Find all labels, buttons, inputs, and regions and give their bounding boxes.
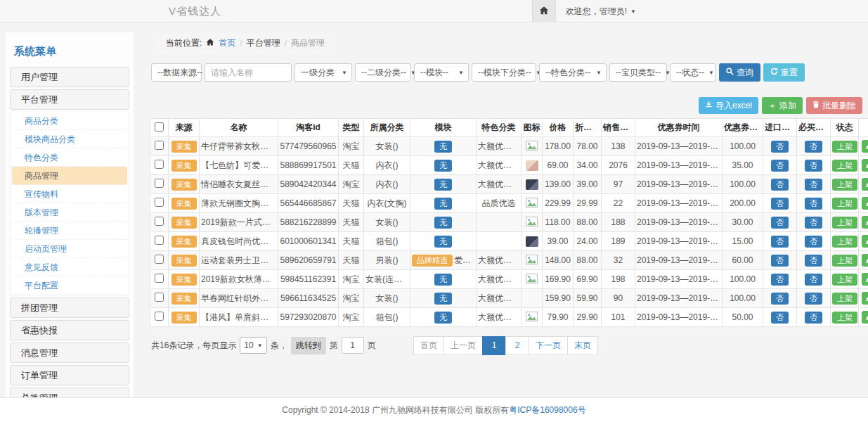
search-button[interactable]: 查询 (719, 63, 760, 82)
sidebar-item-平台配置[interactable]: 平台配置 (12, 276, 127, 295)
import-select-toggle[interactable]: 否 (771, 160, 789, 172)
status-badge[interactable]: 上架 (832, 217, 857, 229)
sidebar-group-消息管理[interactable]: 消息管理 (10, 343, 129, 363)
jump-button[interactable]: 跳转到 (291, 337, 326, 354)
status-badge[interactable]: 上架 (832, 293, 857, 305)
status-badge[interactable]: 上架 (832, 255, 857, 267)
row-checkbox[interactable] (155, 236, 164, 245)
taoke-id: 565446685867 (278, 194, 339, 213)
must-buy-toggle[interactable]: 否 (805, 179, 822, 191)
must-buy-toggle[interactable]: 否 (805, 274, 822, 286)
import-select-toggle[interactable]: 否 (771, 274, 789, 286)
import-select-toggle[interactable]: 否 (771, 312, 789, 324)
row-checkbox[interactable] (155, 293, 164, 302)
sidebar-item-启动页管理[interactable]: 启动页管理 (12, 240, 127, 258)
icp-link[interactable]: 粤ICP备16098006号 (509, 404, 585, 416)
feature-category-select[interactable]: --特色分类--▼ (539, 63, 607, 82)
must-buy-toggle[interactable]: 否 (805, 236, 822, 248)
status-cell: 上架 (831, 194, 859, 213)
sidebar-item-商品管理[interactable]: 商品管理 (12, 167, 127, 185)
status-badge[interactable]: 上架 (832, 312, 857, 324)
sidebar-item-版本管理[interactable]: 版本管理 (12, 203, 127, 222)
product-name: 2019新款一片式系... (200, 213, 278, 232)
import-select-toggle[interactable]: 否 (771, 236, 789, 248)
status-badge[interactable]: 上架 (832, 236, 857, 248)
must-buy-toggle[interactable]: 否 (805, 217, 822, 229)
per-page-select[interactable]: 10▼ (240, 337, 266, 354)
add-button[interactable]: ＋ 添加 (762, 97, 803, 114)
module-subcategory-select[interactable]: --模块下分类--▼ (472, 63, 536, 82)
page-button-首页[interactable]: 首页 (413, 336, 444, 355)
page-button-末页[interactable]: 末页 (567, 336, 598, 355)
sidebar-group-平台管理[interactable]: 平台管理 (10, 89, 129, 110)
import-select-toggle[interactable]: 否 (771, 293, 789, 305)
must-buy-toggle[interactable]: 否 (805, 160, 822, 172)
edit-button[interactable] (862, 292, 868, 305)
edit-icon (865, 274, 868, 285)
must-buy-cell: 否 (797, 175, 831, 194)
import-excel-button[interactable]: 导入excel (699, 97, 758, 114)
sidebar-group-订单管理[interactable]: 订单管理 (10, 365, 129, 385)
status-badge[interactable]: 上架 (832, 179, 857, 191)
status-badge[interactable]: 上架 (832, 198, 857, 210)
sidebar-group-用户管理[interactable]: 用户管理 (10, 67, 129, 87)
user-menu[interactable]: 欢迎您，管理员! ▼ (566, 6, 636, 18)
item-type-select[interactable]: --宝贝类型--▼ (609, 63, 667, 82)
row-checkbox[interactable] (155, 179, 164, 188)
sidebar-item-轮播管理[interactable]: 轮播管理 (12, 222, 127, 240)
sidebar-item-特色分类[interactable]: 特色分类 (12, 148, 127, 167)
import-select-toggle[interactable]: 否 (771, 217, 789, 229)
edit-button[interactable] (862, 216, 868, 229)
reset-button[interactable]: 重置 (763, 63, 805, 82)
row-checkbox[interactable] (155, 141, 164, 150)
status-badge[interactable]: 上架 (832, 160, 857, 172)
select-all-checkbox[interactable] (155, 122, 164, 132)
level1-category-select[interactable]: 一级分类▼ (294, 63, 352, 82)
sidebar-item-意见反馈[interactable]: 意见反馈 (12, 258, 127, 276)
edit-button[interactable] (862, 140, 868, 153)
name-input[interactable] (205, 63, 292, 82)
batch-delete-button[interactable]: 批量删除 (806, 97, 862, 114)
must-buy-toggle[interactable]: 否 (805, 293, 822, 305)
page-button-上一页[interactable]: 上一页 (443, 336, 483, 355)
module-select[interactable]: --模块--▼ (414, 63, 469, 82)
must-buy-toggle[interactable]: 否 (805, 198, 822, 210)
level2-category-select[interactable]: --二级分类--▼ (355, 63, 411, 82)
edit-button[interactable] (862, 197, 868, 210)
row-checkbox[interactable] (155, 160, 164, 169)
row-checkbox[interactable] (155, 312, 164, 321)
import-select-toggle[interactable]: 否 (771, 198, 789, 210)
edit-button[interactable] (862, 178, 868, 191)
edit-button[interactable] (862, 311, 868, 324)
edit-button[interactable] (862, 235, 868, 248)
row-checkbox[interactable] (155, 255, 164, 264)
sidebar-item-模块商品分类[interactable]: 模块商品分类 (12, 130, 127, 148)
data-source-select[interactable]: --数据来源--▼ (151, 63, 202, 82)
page-button-2[interactable]: 2 (505, 336, 529, 355)
sidebar-item-宣传物料[interactable]: 宣传物料 (12, 185, 127, 203)
page-button-下一页[interactable]: 下一页 (529, 336, 568, 355)
import-select-toggle[interactable]: 否 (771, 255, 789, 267)
import-select-toggle[interactable]: 否 (771, 179, 789, 191)
edit-button[interactable] (862, 159, 868, 172)
row-checkbox[interactable] (155, 274, 164, 283)
must-buy-toggle[interactable]: 否 (805, 312, 822, 324)
import-select-toggle[interactable]: 否 (771, 141, 789, 153)
status-badge[interactable]: 上架 (832, 141, 857, 153)
must-buy-toggle[interactable]: 否 (805, 255, 822, 267)
edit-button[interactable] (862, 254, 868, 267)
breadcrumb-home-link[interactable]: 首页 (219, 37, 235, 49)
must-buy-toggle[interactable]: 否 (805, 141, 822, 153)
edit-button[interactable] (862, 273, 868, 286)
status-select[interactable]: --状态--▼ (670, 63, 716, 82)
sidebar-item-商品分类[interactable]: 商品分类 (12, 112, 127, 130)
row-checkbox[interactable] (155, 217, 164, 226)
status-badge[interactable]: 上架 (832, 274, 857, 286)
home-button[interactable] (532, 0, 556, 23)
row-checkbox[interactable] (155, 198, 164, 207)
page-number-input[interactable] (342, 337, 364, 354)
sidebar-group-拼团管理[interactable]: 拼团管理 (10, 298, 129, 318)
sidebar-group-省惠快报[interactable]: 省惠快报 (10, 320, 129, 340)
page-button-1[interactable]: 1 (482, 336, 506, 355)
edit-icon (865, 312, 868, 323)
